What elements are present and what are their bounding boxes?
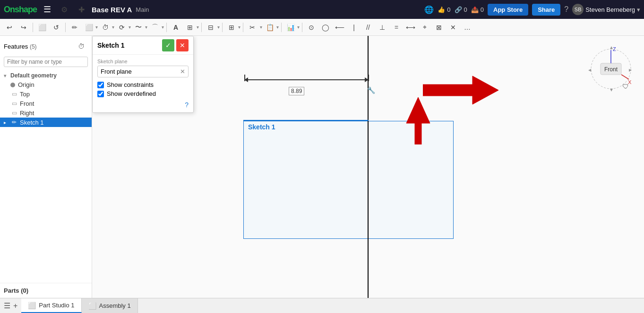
sidebar-header: Features (5) ⏱ [0,36,92,55]
clipboard-button[interactable]: ↺ [50,21,63,34]
dimension-dropdown-arrow[interactable]: ▾ [217,25,220,30]
cut-tool[interactable]: ✂ [246,21,259,34]
likes-count: 0 [447,6,450,13]
sidebar-tree: ▾ Default geometry Origin ▭ Top ▭ Front … [0,69,92,283]
symmetric-tool[interactable]: ⟷ [404,21,417,34]
tab-part-studio[interactable]: ⬜ Part Studio 1 [21,298,81,313]
mirror-dropdown-arrow[interactable]: ▾ [276,25,279,30]
appstore-button[interactable]: App Store [488,4,528,16]
filter-icon[interactable]: ⚙ [58,3,71,16]
sketch-icon: ✏ [10,118,18,126]
sidebar-item-origin[interactable]: Origin [0,80,92,89]
link-icon[interactable]: 🔗 [455,6,462,13]
constraints-dropdown-arrow[interactable]: ▾ [297,25,300,30]
circle-dropdown[interactable]: ⏱ ▾ [99,21,114,34]
globe-icon[interactable]: 🌐 [424,5,434,14]
help-button[interactable]: ? [564,5,568,14]
add-feature-icon[interactable]: ✚ [75,3,88,16]
arc-dropdown[interactable]: ⟳ ▾ [115,21,131,34]
image-dropdown-arrow[interactable]: ▾ [197,25,199,30]
parallel-tool[interactable]: // [361,21,375,34]
dimension-value-box[interactable]: 8.89 [289,87,304,95]
thumb-up-icon[interactable]: 👍 [438,6,445,13]
doc-title: Base REV A [92,6,132,14]
redo-button[interactable]: ↪ [17,21,30,34]
sketch-panel-actions: ✓ ✕ [162,39,189,51]
coincident-tool[interactable]: ⊙ [305,21,318,34]
tangent-tool[interactable]: ◯ [319,21,332,34]
export-icon[interactable]: 📤 [471,6,479,13]
tab-list-button[interactable]: ☰ [4,301,10,310]
spline-dropdown[interactable]: 〜 ▾ [132,21,147,34]
toolbar-separator-8 [302,23,302,32]
add-tab-button[interactable]: + [13,302,17,310]
perp-tool[interactable]: ⊥ [376,21,389,34]
equal-tool[interactable]: = [390,21,403,34]
statusbar-left: ☰ + [0,298,21,313]
cut-dropdown-arrow[interactable]: ▾ [260,25,262,30]
right-plane-icon: ▭ [10,109,18,117]
toolbar-separator-3 [166,23,167,32]
dim-line [248,79,365,80]
sidebar-item-front[interactable]: ▭ Front [0,99,92,108]
onshape-logo[interactable]: Onshape [4,5,37,15]
sidebar-item-top[interactable]: ▭ Top [0,89,92,99]
canvas-area[interactable]: Sketch 1 ✓ ✕ Sketch plane Front plane ✕ … [92,36,644,298]
user-profile[interactable]: SB Steven Berneberg ▾ [572,4,640,15]
spline-dropdown-arrow[interactable]: ▾ [145,25,147,30]
likes-group: 👍 0 [438,6,450,13]
grid-dropdown-arrow[interactable]: ▾ [238,25,240,30]
text-tool[interactable]: A [169,21,182,34]
show-constraints-checkbox[interactable] [97,82,104,88]
features-settings-icon[interactable]: ⏱ [75,40,88,53]
toolbar-separator-1 [33,23,33,32]
sidebar-item-right[interactable]: ▭ Right [0,108,92,118]
sketch-confirm-button[interactable]: ✓ [162,39,174,51]
shape-dropdown[interactable]: ⬜ ▾ [82,21,98,34]
fillet-dropdown[interactable]: ⌒ ▾ [148,21,164,34]
arc-dropdown-arrow[interactable]: ▾ [129,25,131,30]
show-overdefined-checkbox[interactable] [97,91,104,97]
horizontal-tool[interactable]: ⟵ [333,21,346,34]
geometry-group-label: Default geometry [10,72,57,79]
fix-tool[interactable]: ⊠ [432,21,446,34]
image-dropdown[interactable]: ⊞ ▾ [183,21,199,34]
plane-clear-icon[interactable]: ✕ [180,68,185,75]
pierce-tool[interactable]: ✕ [447,21,460,34]
tab-assembly[interactable]: ⬜ Assembly 1 [82,298,138,313]
dimension-dropdown[interactable]: ⊟ ▾ [204,21,220,34]
circle-dropdown-arrow[interactable]: ▾ [112,25,114,30]
navigation-cube[interactable]: Front Z X ▾ ▴ ◂ ▸ 🛡 [587,45,635,93]
vertical-tool[interactable]: | [347,21,361,34]
svg-text:▾: ▾ [610,86,613,93]
undo-button[interactable]: ↩ [3,21,16,34]
sketch-cancel-button[interactable]: ✕ [176,39,189,51]
panel-help-icon[interactable]: ? [185,101,189,109]
filter-input[interactable] [4,57,88,67]
branch-label: Main [136,6,149,13]
mirror-dropdown[interactable]: 📋 ▾ [263,21,279,34]
constraints-dropdown[interactable]: 📊 ▾ [284,21,300,34]
svg-text:◂: ◂ [588,67,591,73]
grid-dropdown[interactable]: ⊞ ▾ [225,21,240,34]
top-plane-icon: ▭ [10,90,18,98]
sidebar-item-sketch1[interactable]: ▸ ✏ Sketch 1 [0,118,92,127]
show-overdefined-option[interactable]: Show overdefined [97,90,189,97]
assembly-icon: ⬜ [88,302,96,310]
shape-dropdown-arrow[interactable]: ▾ [95,25,98,30]
show-constraints-option[interactable]: Show constraints [97,81,189,88]
hamburger-menu[interactable]: ☰ [41,3,54,16]
dimension-wrench-icon[interactable]: 🔧 [367,86,375,94]
line-tool[interactable]: ✏ [68,21,81,34]
svg-text:▸: ▸ [629,67,632,73]
cut-dropdown[interactable]: ▾ [260,25,262,30]
panel-footer: ? [97,99,189,109]
more-constraints[interactable]: … [461,21,474,34]
share-button[interactable]: Share [532,4,560,16]
midpoint-tool[interactable]: ⌖ [418,21,431,34]
links-group: 🔗 0 [455,6,467,13]
part-studio-icon: ⬜ [28,302,36,309]
plane-select[interactable]: Front plane ✕ [97,66,189,77]
copy-button[interactable]: ⬜ [35,21,49,34]
fillet-dropdown-arrow[interactable]: ▾ [162,25,164,30]
